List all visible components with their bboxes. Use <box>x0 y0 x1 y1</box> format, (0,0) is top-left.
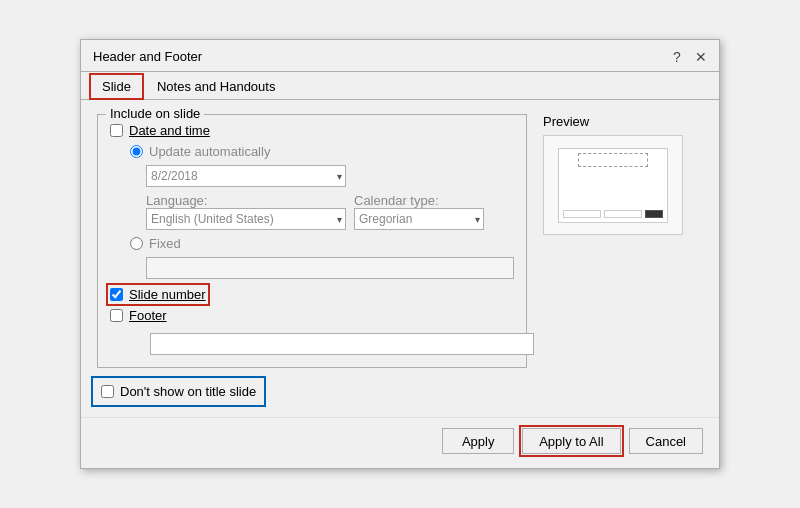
date-dropdown-row: 8/2/2018 <box>146 165 514 187</box>
update-auto-radio[interactable] <box>130 145 143 158</box>
fixed-row: Fixed <box>130 236 514 251</box>
date-time-label: Date and time <box>129 123 210 138</box>
language-select-wrapper: English (United States) <box>146 208 346 230</box>
update-auto-row: Update automatically <box>130 144 514 159</box>
preview-footer-left <box>563 210 601 218</box>
header-footer-dialog: Header and Footer ? ✕ Slide Notes and Ha… <box>80 39 720 469</box>
footer-input-row <box>130 329 514 355</box>
tabs: Slide Notes and Handouts <box>81 72 719 100</box>
preview-footer-right <box>645 210 663 218</box>
footer-checkbox-label[interactable]: Footer <box>110 308 167 323</box>
footer-checkbox[interactable] <box>110 309 123 322</box>
preview-label: Preview <box>543 114 703 129</box>
right-panel: Preview <box>543 114 703 401</box>
title-buttons: ? ✕ <box>667 47 711 67</box>
slide-number-label: Slide number <box>129 287 206 302</box>
close-button[interactable]: ✕ <box>691 47 711 67</box>
footer-row: Footer <box>110 308 514 323</box>
include-on-slide-group: Include on slide Date and time Update au… <box>97 114 527 368</box>
language-row: Language: English (United States) Calend… <box>146 193 514 230</box>
footer-text-input[interactable] <box>150 333 534 355</box>
dont-show-row: Don't show on title slide <box>97 382 527 401</box>
apply-to-all-button[interactable]: Apply to All <box>522 428 620 454</box>
preview-slide <box>558 148 668 223</box>
date-select-wrapper: 8/2/2018 <box>146 165 346 187</box>
dialog-title: Header and Footer <box>93 49 202 64</box>
dont-show-text: Don't show on title slide <box>120 384 256 399</box>
preview-header <box>578 153 648 167</box>
left-panel: Include on slide Date and time Update au… <box>97 114 527 401</box>
calendar-select[interactable]: Gregorian <box>354 208 484 230</box>
date-select[interactable]: 8/2/2018 <box>146 165 346 187</box>
date-time-row: Date and time <box>110 123 514 138</box>
calendar-select-wrapper: Gregorian <box>354 208 484 230</box>
cancel-button[interactable]: Cancel <box>629 428 703 454</box>
dialog-footer: Apply Apply to All Cancel <box>81 417 719 464</box>
fixed-date-input[interactable] <box>146 257 514 279</box>
fixed-input-row <box>146 257 514 279</box>
slide-number-checkbox[interactable] <box>110 288 123 301</box>
update-auto-text: Update automatically <box>149 144 270 159</box>
tab-slide[interactable]: Slide <box>89 73 144 100</box>
fixed-radio-label[interactable]: Fixed <box>130 236 181 251</box>
update-auto-label[interactable]: Update automatically <box>130 144 270 159</box>
language-label: Language: <box>146 193 346 208</box>
preview-box <box>543 135 683 235</box>
title-bar: Header and Footer ? ✕ <box>81 40 719 72</box>
language-select[interactable]: English (United States) <box>146 208 346 230</box>
fixed-label: Fixed <box>149 236 181 251</box>
slide-number-row: Slide number <box>110 287 514 302</box>
footer-label: Footer <box>129 308 167 323</box>
group-label: Include on slide <box>106 106 204 121</box>
calendar-type-label: Calendar type: <box>354 193 484 208</box>
dont-show-label[interactable]: Don't show on title slide <box>97 382 260 401</box>
calendar-group: Calendar type: Gregorian <box>354 193 484 230</box>
content-area: Include on slide Date and time Update au… <box>81 100 719 417</box>
language-group: Language: English (United States) <box>146 193 346 230</box>
date-time-checkbox-label[interactable]: Date and time <box>110 123 210 138</box>
preview-footer-area <box>563 210 663 218</box>
question-button[interactable]: ? <box>667 47 687 67</box>
dont-show-checkbox[interactable] <box>101 385 114 398</box>
apply-button[interactable]: Apply <box>442 428 514 454</box>
slide-number-checkbox-label[interactable]: Slide number <box>110 287 206 302</box>
preview-footer-center <box>604 210 642 218</box>
tab-notes-handouts[interactable]: Notes and Handouts <box>144 73 289 100</box>
date-time-checkbox[interactable] <box>110 124 123 137</box>
fixed-radio[interactable] <box>130 237 143 250</box>
